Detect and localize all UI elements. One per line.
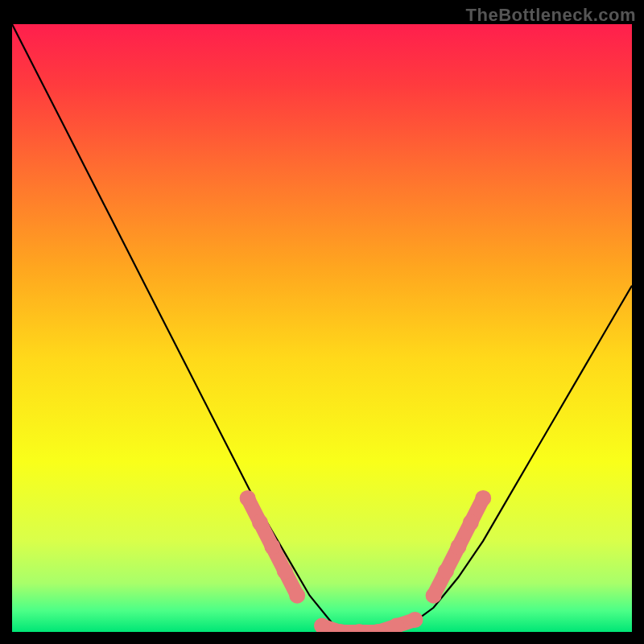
marker-dot bbox=[277, 564, 293, 580]
marker-dot bbox=[463, 514, 479, 530]
marker-dot bbox=[475, 490, 491, 506]
marker-dot bbox=[426, 588, 442, 604]
watermark-text: TheBottleneck.com bbox=[466, 5, 636, 26]
marker-dot bbox=[407, 612, 423, 628]
chart-frame: TheBottleneck.com bbox=[0, 0, 644, 644]
chart-svg bbox=[12, 24, 632, 632]
plot-area bbox=[12, 24, 632, 632]
marker-dot bbox=[252, 514, 268, 530]
marker-dot bbox=[240, 490, 256, 506]
gradient-rect bbox=[12, 24, 632, 632]
marker-dot bbox=[289, 588, 305, 604]
marker-dot bbox=[438, 564, 454, 580]
marker-dot bbox=[264, 539, 280, 555]
marker-dot bbox=[450, 539, 466, 555]
